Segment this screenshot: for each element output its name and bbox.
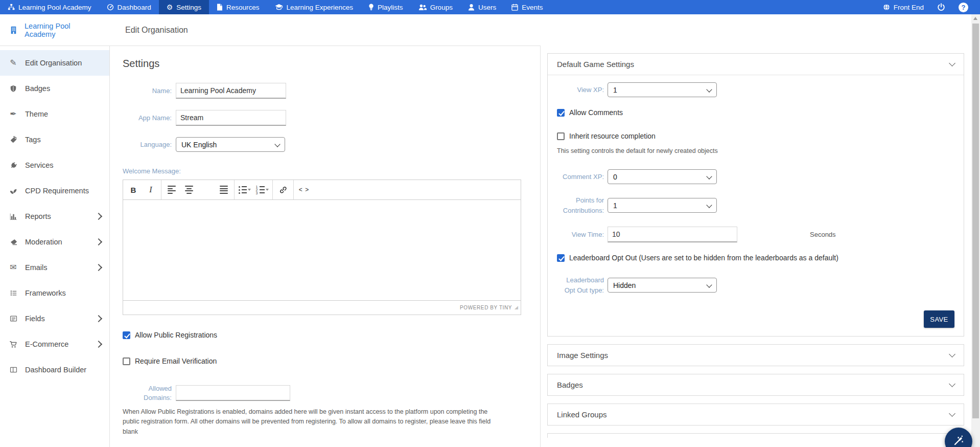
sidebar-item-reports[interactable]: Reports [0, 204, 109, 229]
sidebar-item-label: Frameworks [25, 289, 66, 297]
allow-comments-checkbox[interactable] [557, 109, 565, 117]
require-email-verification-checkbox[interactable] [123, 357, 130, 365]
sidebar-org-label: Learning Pool Academy [25, 22, 101, 38]
nav-item-label: Events [522, 4, 543, 11]
view-xp-select-value: 1 [613, 86, 617, 94]
sidebar-item-label: Emails [25, 263, 48, 272]
page-header: Edit Organisation [109, 14, 540, 46]
help-button[interactable] [952, 3, 975, 12]
points-for-contributions-select[interactable]: 1 [608, 198, 717, 213]
sidebar-item-services[interactable]: Services [0, 152, 109, 178]
save-button[interactable]: SAVE [924, 310, 954, 328]
welcome-message-editor: 123 POWERED BY TINY [123, 180, 521, 315]
comment-xp-select[interactable]: 0 [608, 169, 717, 184]
nav-item-label: Resources [226, 4, 260, 11]
numbered-list-button[interactable]: 123 [253, 182, 271, 197]
globe-icon [883, 4, 890, 11]
require-email-verification-row: Require Email Verification [123, 357, 540, 365]
chevron-down-icon [949, 411, 955, 417]
sidebar-item-dashboard-builder[interactable]: Dashboard Builder [0, 357, 109, 383]
nav-item-events[interactable]: Events [504, 0, 550, 14]
view-time-field[interactable] [608, 227, 737, 242]
sidebar-item-moderation[interactable]: Moderation [0, 229, 109, 255]
nav-item-groups[interactable]: Groups [411, 0, 460, 14]
welcome-message-editor-body[interactable] [123, 200, 521, 300]
name-field[interactable] [176, 83, 286, 99]
leaderboard-opt-out-type-select[interactable]: Hidden [608, 278, 717, 293]
points-for-contributions-select-value: 1 [613, 202, 617, 210]
nav-item-dashboard[interactable]: Dashboard [99, 0, 159, 14]
bullet-list-button[interactable] [236, 182, 253, 197]
comment-xp-label: Comment XP: [557, 172, 604, 182]
view-xp-select[interactable]: 1 [608, 82, 717, 97]
italic-button[interactable] [142, 182, 159, 197]
comment-xp-select-value: 0 [613, 173, 617, 181]
leaderboard-opt-out-checkbox[interactable] [557, 254, 565, 262]
sidebar-item-label: Badges [25, 84, 50, 93]
nav-item-users[interactable]: Users [460, 0, 504, 14]
nav-item-label: Learning Pool Academy [18, 4, 91, 11]
nav-item-label: Dashboard [118, 4, 151, 11]
plug-icon [8, 162, 18, 169]
view-time-label: View Time: [557, 230, 604, 240]
linked-groups-header[interactable]: Linked Groups [548, 404, 964, 425]
align-center-button[interactable] [180, 182, 198, 197]
sidebar-item-emails[interactable]: ✉ Emails [0, 255, 109, 280]
default-game-settings-header[interactable]: Default Game Settings [548, 54, 964, 75]
front-end-link[interactable]: Front End [876, 4, 930, 11]
allow-public-registrations-label: Allow Public Registrations [135, 331, 217, 339]
chevron-down-icon [949, 351, 955, 358]
align-justify-button[interactable] [215, 182, 232, 197]
nav-item-label: Users [478, 4, 496, 11]
image-settings-header[interactable]: Image Settings [548, 345, 964, 366]
sidebar-item-edit-organisation[interactable]: ✎ Edit Organisation [0, 50, 109, 76]
leaderboard-opt-out-type-row: Leaderboard Opt Out type: Hidden [557, 275, 954, 295]
sidebar-item-ecommerce[interactable]: E-Commerce [0, 331, 109, 357]
logout-button[interactable] [930, 3, 952, 11]
nav-item-resources[interactable]: Resources [209, 0, 267, 14]
calendar-icon [511, 4, 518, 11]
view-xp-row: View XP: 1 [557, 82, 954, 97]
language-select[interactable]: UK English [176, 137, 285, 152]
sidebar-item-fields[interactable]: Fields [0, 306, 109, 331]
badges-header[interactable]: Badges [548, 374, 964, 395]
scrollbar[interactable] [971, 14, 980, 447]
welcome-message-label: Welcome Message: [123, 167, 540, 175]
shield-icon [8, 85, 18, 93]
app-name-field[interactable] [176, 110, 286, 126]
sidebar-item-tags[interactable]: Tags [0, 127, 109, 152]
link-button[interactable] [274, 182, 292, 197]
scrollbar-up-arrow[interactable] [973, 17, 977, 20]
sidebar-item-label: Reports [25, 212, 51, 220]
panel-title: Badges [557, 381, 583, 389]
align-right-button[interactable] [198, 182, 215, 197]
view-time-row: View Time: Seconds [557, 227, 954, 242]
lightbulb-icon [368, 4, 374, 11]
sidebar-item-cpd-requirements[interactable]: CPD Requirements [0, 178, 109, 204]
default-game-settings-body: View XP: 1 Allow Comments Inherit resour… [548, 75, 964, 336]
allow-comments-row: Allow Comments [557, 108, 954, 117]
scrollbar-thumb[interactable] [972, 24, 979, 418]
allowed-domains-field[interactable] [176, 385, 290, 401]
page-title: Edit Organisation [109, 26, 188, 35]
sidebar-item-organisation[interactable]: Learning Pool Academy [0, 14, 109, 46]
allow-public-registrations-checkbox[interactable] [123, 331, 130, 339]
code-button[interactable] [295, 182, 313, 197]
sidebar-item-theme[interactable]: ✒ Theme [0, 101, 109, 127]
inherit-resource-completion-checkbox[interactable] [557, 132, 565, 140]
cart-icon [8, 341, 18, 348]
resize-grip-icon[interactable] [515, 305, 518, 310]
nav-item-organisation[interactable]: Learning Pool Academy [0, 0, 99, 14]
chevron-down-icon [949, 381, 955, 388]
sitemap-icon [8, 4, 15, 11]
align-left-button[interactable] [163, 182, 180, 197]
nav-item-label: Playlists [378, 4, 403, 11]
chevron-down-icon [706, 174, 712, 180]
bold-button[interactable] [125, 182, 142, 197]
nav-item-playlists[interactable]: Playlists [361, 0, 411, 14]
sidebar-item-frameworks[interactable]: Frameworks [0, 280, 109, 306]
allowed-domains-help: When Allow Public Registrations is enabl… [123, 407, 498, 437]
sidebar-item-badges[interactable]: Badges [0, 76, 109, 101]
nav-item-settings[interactable]: ⚙ Settings [159, 0, 209, 14]
nav-item-learning-experiences[interactable]: Learning Experiences [267, 0, 361, 14]
